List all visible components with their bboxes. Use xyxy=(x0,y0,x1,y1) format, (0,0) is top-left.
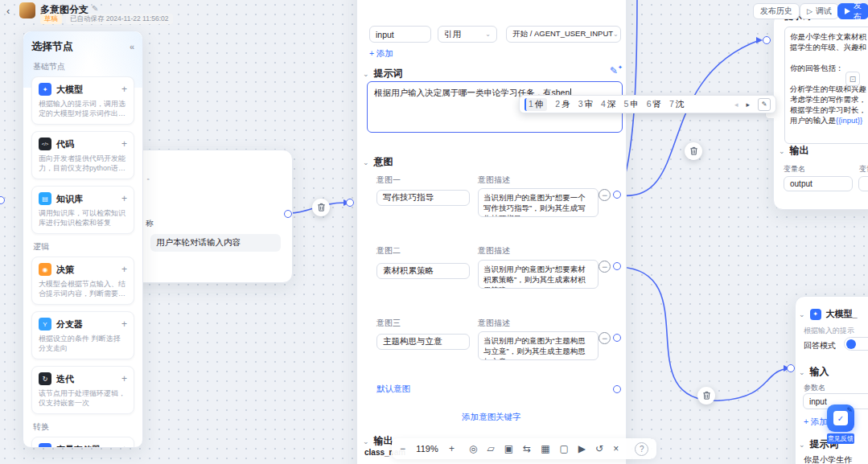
workflow-canvas[interactable]: 。 称 用户本轮对话输入内容 选择节点 « 基础节点 ✦ 大模型 + 根据输入的… xyxy=(0,0,868,464)
add-node-button[interactable]: + xyxy=(121,373,127,384)
lock-icon[interactable]: ▱ xyxy=(487,444,495,454)
start-node-input-field[interactable]: 用户本轮对话输入内容 xyxy=(150,234,281,252)
ai-optimize-prompt-icon[interactable]: ✎✦ xyxy=(610,64,623,76)
intent-desc-input[interactable]: 当识别用户的意图为“主题构思与立意”，则为其生成主题构思与立意 xyxy=(478,331,599,360)
feedback-label: 意见反馈 xyxy=(827,433,854,444)
remove-intent-button[interactable]: − xyxy=(599,189,611,201)
group-label-logic: 逻辑 xyxy=(33,241,133,253)
ime-candidate[interactable]: 5申 xyxy=(623,99,638,110)
zoom-level: 119% xyxy=(415,444,439,454)
node-card-title: 大模型 xyxy=(56,84,117,96)
ime-candidate[interactable]: 2身 xyxy=(555,99,570,110)
node-card-decision[interactable]: ◉ 决策 + 大模型会根据节点输入、结合提示词内容，判断需要调用的流程，决定后续… xyxy=(31,257,134,305)
add-node-button[interactable]: + xyxy=(121,138,127,150)
edge-delete-button[interactable] xyxy=(312,199,330,216)
output-section-header[interactable]: ⌄ 输出 xyxy=(363,434,393,448)
chevron-down-icon: ⌄ xyxy=(799,368,805,376)
add-node-button[interactable]: + xyxy=(121,84,127,95)
ime-candidate[interactable]: 1伸 xyxy=(525,98,547,111)
chevron-down-icon: ⌄ xyxy=(799,310,805,318)
zoom-in-button[interactable]: + xyxy=(449,444,455,454)
comment-icon[interactable]: ▢ xyxy=(560,444,569,454)
expand-textarea-button[interactable]: ⊡ xyxy=(845,72,860,86)
remove-intent-button[interactable]: − xyxy=(599,332,611,344)
param-method-select[interactable]: 引用 ⌄ xyxy=(438,26,497,43)
minimap-icon[interactable]: ▣ xyxy=(504,444,513,454)
node-card-loop[interactable]: ↻ 迭代 + 该节点用于处理循环逻辑，仅支持嵌套一次 xyxy=(31,366,134,414)
output-var-input[interactable]: output xyxy=(784,176,853,191)
intent-name-input[interactable]: 写作技巧指导 xyxy=(376,190,470,206)
edit-title-icon[interactable]: ✎ xyxy=(92,4,98,13)
output-section-header[interactable]: ⌄ 输出 xyxy=(779,144,809,158)
add-node-button[interactable]: + xyxy=(121,444,127,448)
intent-name-input[interactable]: 素材积累策略 xyxy=(376,263,470,279)
output-header-label: 输出 xyxy=(374,434,393,448)
auto-layout-icon[interactable]: ⇆ xyxy=(523,444,531,454)
ime-candidate[interactable]: 3审 xyxy=(578,99,593,110)
param-source-select[interactable]: 开始 / AGENT_USER_INPUT ⌄ xyxy=(506,26,621,43)
intent-desc-input[interactable]: 当识别用户的意图为“想要一个写作技巧指导”，则为其生成写作技巧指导 xyxy=(478,188,599,217)
port-default-intent[interactable] xyxy=(613,385,621,393)
node-card-knowledge[interactable]: ▤ 知识库 + 调用知识库，可以检索知识库进行知识检索和答复 xyxy=(31,186,134,234)
publish-button[interactable]: 发布 xyxy=(837,3,868,19)
edge-intent2-to-llm-bottom[interactable] xyxy=(620,267,788,400)
port-intent-3[interactable] xyxy=(613,334,621,342)
paper-plane-icon xyxy=(845,8,850,14)
port-llm-bottom-input[interactable] xyxy=(787,364,795,372)
input-section-header[interactable]: ⌄ 输入 xyxy=(799,365,829,379)
debug-button[interactable]: ▷ 调试 xyxy=(800,3,839,19)
llm-node-header[interactable]: ⌄ ✦ 大模型_ xyxy=(799,308,858,320)
help-icon[interactable]: ? xyxy=(635,442,648,456)
ime-tool-icon[interactable]: ✎ xyxy=(758,98,771,111)
ime-candidate[interactable]: 4深 xyxy=(601,99,615,110)
default-intent-link[interactable]: 默认意图 xyxy=(376,384,410,395)
start-node-input-value: 用户本轮对话输入内容 xyxy=(156,237,241,248)
zoom-out-button[interactable]: − xyxy=(400,444,405,454)
add-node-button[interactable]: + xyxy=(121,264,127,275)
collapse-sidebar-icon[interactable]: « xyxy=(130,42,134,51)
add-param-button[interactable]: + 添加 xyxy=(804,417,828,428)
intent-section-header[interactable]: ⌄ 意图 xyxy=(363,155,393,169)
ime-prev-page-icon[interactable]: ◂ xyxy=(734,101,738,109)
ime-candidate[interactable]: 6肾 xyxy=(647,99,661,110)
remove-intent-button[interactable]: − xyxy=(599,261,611,273)
grid-icon[interactable]: ▦ xyxy=(541,444,549,454)
edge-delete-button[interactable] xyxy=(685,142,702,160)
node-card-var-store[interactable]: ▥ 变量存储器 + 可定义多个变量，在整个多轮会话期间持续生效，用于多轮会话期间… xyxy=(31,437,134,448)
port-llm-top-input[interactable] xyxy=(763,36,771,44)
intent-label: 意图二 xyxy=(376,245,401,257)
edge-intent1-to-llm-top[interactable] xyxy=(620,40,759,195)
port-start-node-output[interactable] xyxy=(284,210,292,218)
ime-next-page-icon[interactable]: ▸ xyxy=(746,101,750,109)
port-intent-2[interactable] xyxy=(613,262,621,270)
publish-history-button[interactable]: 发布历史 xyxy=(753,3,800,19)
intent-name-input[interactable]: 主题构思与立意 xyxy=(376,334,470,350)
add-param-button[interactable]: + 添加 xyxy=(369,48,393,60)
param-name-input[interactable]: input xyxy=(369,26,431,43)
start-node-card[interactable]: 。 称 用户本轮对话输入内容 xyxy=(121,150,293,283)
redo-icon[interactable]: × xyxy=(613,444,619,454)
feedback-button[interactable]: ✓ ✎ xyxy=(827,404,854,432)
node-card-code[interactable]: </> 代码 + 面向开发者提供代码开发能力，目前仅支持python语言，允许使… xyxy=(31,131,134,179)
node-card-llm[interactable]: ✦ 大模型 + 根据输入的提示词，调用选定的大模型对提示词作出回答 xyxy=(31,76,134,125)
llm-prompt-text: 你是小学生作 xyxy=(804,454,852,464)
intent-header-label: 意图 xyxy=(374,155,393,169)
undo-icon[interactable]: ↺ xyxy=(595,444,603,454)
intent-label: 意图一 xyxy=(376,175,401,186)
add-node-button[interactable]: + xyxy=(121,193,127,204)
port-intent-1[interactable] xyxy=(613,191,621,199)
output-var-input-2[interactable] xyxy=(858,176,868,191)
edge-delete-button[interactable] xyxy=(697,387,715,404)
intent-desc-input[interactable]: 当识别用户的意图为“想要素材积累策略”，则为其生成素材积累策略 xyxy=(478,260,599,289)
run-icon[interactable]: ▶ xyxy=(578,444,586,454)
add-intent-keyword-button[interactable]: 添加意图关键字 xyxy=(357,412,626,423)
locate-icon[interactable]: ◎ xyxy=(469,444,477,454)
prompt-section-header[interactable]: ⌄ 提示词 xyxy=(363,67,403,80)
port-intent-node-input[interactable] xyxy=(346,199,354,207)
add-node-button[interactable]: + xyxy=(121,318,127,330)
param-label: 参数名 xyxy=(804,383,825,393)
answer-mode-select[interactable] xyxy=(844,337,868,351)
ime-candidate[interactable]: 7沈 xyxy=(669,99,684,110)
node-card-branch[interactable]: Y 分支器 + 根据设立的条件 判断选择分支走向 xyxy=(31,311,134,359)
back-button[interactable]: ‹ xyxy=(6,5,10,17)
